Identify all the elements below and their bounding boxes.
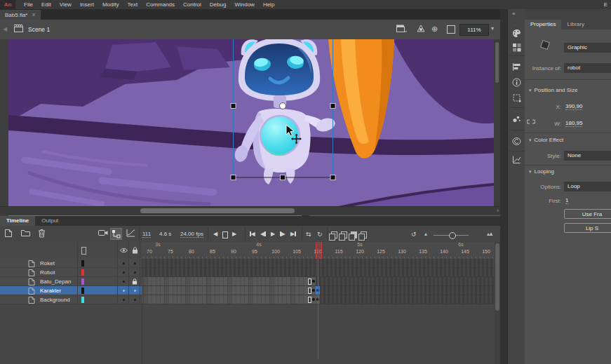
current-frame-value[interactable]: 111 (142, 231, 151, 238)
instance-name-field[interactable]: robot (564, 63, 611, 73)
cc-libraries-panel-icon[interactable] (512, 137, 521, 146)
menu-text[interactable]: Text (123, 0, 142, 9)
motion-editor-panel-icon[interactable] (512, 155, 521, 164)
playhead-marker[interactable] (316, 242, 322, 259)
layer-outline-color-swatch[interactable] (81, 297, 84, 303)
loop-options-dropdown[interactable]: Loop (564, 182, 611, 191)
layer-visibility-dot[interactable] (123, 271, 125, 274)
layer-lock-dot[interactable] (134, 262, 136, 264)
style-dropdown[interactable]: None (564, 151, 611, 161)
timeline-vertical-scrollbar[interactable] (495, 242, 500, 364)
visibility-column-eye-icon[interactable] (120, 248, 128, 253)
frame-graph-button[interactable] (126, 229, 135, 237)
menu-control[interactable]: Control (179, 0, 206, 9)
stage-canvas[interactable]: › (0, 39, 500, 216)
reset-timeline-zoom-button[interactable]: ↺ (411, 231, 417, 238)
app-logo-icon[interactable]: An (0, 0, 15, 9)
section-position-size[interactable]: ▾Position and Size (529, 87, 577, 93)
timeline-vscroll-thumb[interactable] (495, 243, 499, 311)
layer-visibility-dot[interactable] (123, 262, 125, 264)
layer-row-robot[interactable]: Robot (0, 268, 142, 277)
brush-library-panel-icon[interactable] (512, 114, 521, 123)
timeline-zoom-in-icon[interactable]: ▴▲ (487, 231, 492, 237)
lip-syncing-button[interactable]: Lip S (564, 223, 611, 233)
layer-lock-dot[interactable] (134, 290, 136, 292)
tab-properties[interactable]: Properties (525, 20, 561, 29)
workspace-switcher[interactable]: E (604, 1, 611, 8)
layer-row-roket[interactable]: Roket (0, 259, 142, 268)
stage-zoom-dropdown-icon[interactable]: ▾ (491, 25, 494, 32)
clip-content-button[interactable] (447, 25, 455, 34)
layer-row-batu_depan[interactable]: Batu_Depan (0, 277, 142, 286)
delete-layer-button[interactable] (38, 229, 46, 238)
section-looping[interactable]: ▾Looping (529, 168, 554, 175)
step-forward-button[interactable]: ▶ (280, 231, 286, 237)
layer-outline-color-swatch[interactable] (81, 288, 84, 294)
panel-divider[interactable] (500, 9, 507, 364)
menu-commands[interactable]: Commands (142, 0, 179, 9)
show-parenting-view-button[interactable] (110, 228, 122, 240)
stage-horizontal-scrollbar[interactable]: › (0, 206, 500, 215)
layer-visibility-dot[interactable] (123, 299, 125, 301)
frame-span[interactable] (142, 277, 311, 285)
playhead-line[interactable] (318, 259, 319, 359)
stage-hscroll-thumb[interactable] (140, 208, 295, 213)
keyframe-cell[interactable] (311, 277, 316, 285)
menu-view[interactable]: View (55, 0, 76, 9)
scene-breadcrumb[interactable]: Scene 1 (28, 26, 50, 33)
onion-skin-outlines-button[interactable] (341, 231, 347, 238)
loop-playback-button[interactable]: ↻ (317, 231, 323, 238)
tab-timeline[interactable]: Timeline (0, 216, 35, 226)
menu-insert[interactable]: Insert (76, 0, 98, 9)
edit-scene-button[interactable] (396, 25, 407, 33)
menu-modify[interactable]: Modify (98, 0, 123, 9)
go-to-last-frame-button[interactable]: ▶ (290, 231, 296, 237)
tab-library[interactable]: Library (561, 20, 589, 29)
play-button[interactable]: ▶ (271, 231, 275, 237)
w-value[interactable]: 180,95 (565, 120, 582, 127)
scroll-right-icon[interactable]: › (497, 207, 499, 215)
frame-span[interactable] (142, 286, 311, 295)
layer-lock-dot[interactable] (134, 299, 136, 301)
transform-panel-icon[interactable] (512, 93, 521, 102)
layer-row-background[interactable]: Background (0, 295, 142, 304)
step-back-button[interactable]: ◀ (260, 231, 266, 237)
timeline-ruler[interactable]: 7075808590951001051101151201251301351401… (142, 242, 495, 259)
layer-outline-color-swatch[interactable] (81, 278, 84, 285)
use-frame-picker-button[interactable]: Use Fra (564, 209, 611, 219)
tab-output[interactable]: Output (35, 216, 65, 226)
first-frame-value[interactable]: 1 (565, 197, 568, 204)
lock-column-icon[interactable] (132, 247, 138, 254)
timeline-zoom-slider[interactable] (434, 235, 469, 236)
layer-outline-color-swatch[interactable] (81, 260, 84, 267)
menu-window[interactable]: Window (230, 0, 258, 9)
transform-point-handle[interactable] (280, 103, 286, 109)
frame-span[interactable] (142, 295, 311, 304)
info-panel-icon[interactable] (512, 78, 521, 87)
section-color-effect[interactable]: ▾Color Effect (529, 137, 563, 143)
menu-file[interactable]: File (20, 0, 37, 9)
layer-lock-icon[interactable] (132, 278, 137, 285)
new-folder-button[interactable] (21, 229, 30, 237)
menu-edit[interactable]: Edit (37, 0, 55, 9)
shift-keyframes-icon[interactable]: ⇆ (306, 231, 311, 238)
timeline-zoom-slider-thumb[interactable] (449, 232, 456, 239)
menu-debug[interactable]: Debug (206, 0, 231, 9)
new-layer-button[interactable] (4, 229, 13, 238)
back-arrow-icon[interactable]: ◀ (3, 26, 7, 32)
add-camera-button[interactable] (98, 229, 108, 236)
color-panel-icon[interactable] (512, 29, 521, 38)
layer-visibility-dot[interactable] (123, 290, 125, 292)
swatches-panel-icon[interactable] (512, 43, 521, 52)
layer-outline-color-swatch[interactable] (81, 269, 84, 276)
layer-lock-dot[interactable] (134, 271, 136, 274)
document-tab[interactable]: Bab5.fla* × (0, 10, 41, 20)
frame-rate-value[interactable]: 24.00 fps (180, 231, 203, 238)
symbol-type-dropdown[interactable]: Graphic (564, 43, 611, 53)
align-panel-icon[interactable] (512, 62, 521, 72)
stage-vertical-scrollbar[interactable] (494, 39, 500, 206)
go-to-first-frame-button[interactable]: ◀ (250, 231, 255, 237)
x-value[interactable]: 390,90 (565, 103, 582, 110)
collapse-panels-icon[interactable]: « (512, 11, 515, 17)
center-frame-button[interactable]: ⊕ (431, 25, 438, 33)
